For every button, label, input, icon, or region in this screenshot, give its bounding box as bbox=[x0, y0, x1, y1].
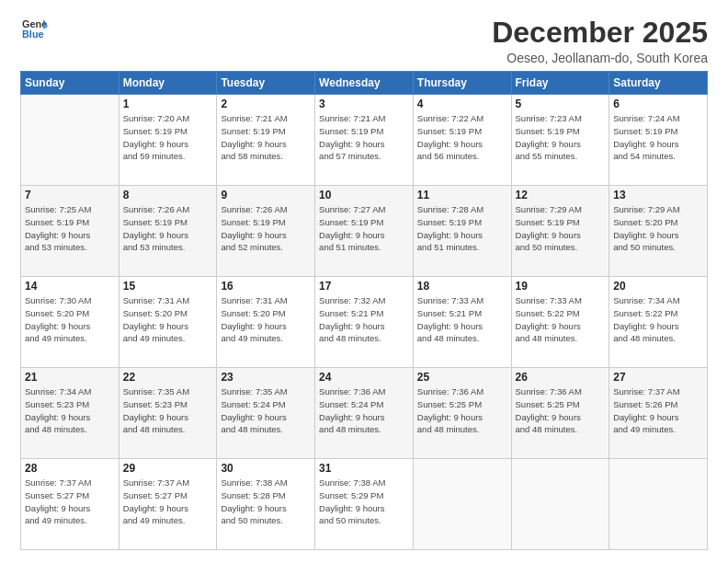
day-info: Sunrise: 7:31 AMSunset: 5:20 PMDaylight:… bbox=[123, 294, 213, 345]
day-info: Sunrise: 7:28 AMSunset: 5:19 PMDaylight:… bbox=[417, 203, 507, 254]
day-info: Sunrise: 7:27 AMSunset: 5:19 PMDaylight:… bbox=[319, 203, 409, 254]
table-row: 23Sunrise: 7:35 AMSunset: 5:24 PMDayligh… bbox=[217, 368, 315, 459]
table-row: 27Sunrise: 7:37 AMSunset: 5:26 PMDayligh… bbox=[609, 368, 708, 459]
table-row: 24Sunrise: 7:36 AMSunset: 5:24 PMDayligh… bbox=[315, 368, 414, 459]
day-info: Sunrise: 7:29 AMSunset: 5:20 PMDaylight:… bbox=[613, 203, 703, 254]
table-row: 9Sunrise: 7:26 AMSunset: 5:19 PMDaylight… bbox=[217, 186, 315, 277]
table-row: 16Sunrise: 7:31 AMSunset: 5:20 PMDayligh… bbox=[217, 277, 315, 368]
day-info: Sunrise: 7:31 AMSunset: 5:20 PMDaylight:… bbox=[221, 294, 311, 345]
table-row: 21Sunrise: 7:34 AMSunset: 5:23 PMDayligh… bbox=[21, 368, 119, 459]
table-row: 7Sunrise: 7:25 AMSunset: 5:19 PMDaylight… bbox=[21, 186, 119, 277]
day-info: Sunrise: 7:25 AMSunset: 5:19 PMDaylight:… bbox=[25, 203, 115, 254]
table-row: 31Sunrise: 7:38 AMSunset: 5:29 PMDayligh… bbox=[315, 459, 414, 550]
table-row: 13Sunrise: 7:29 AMSunset: 5:20 PMDayligh… bbox=[609, 186, 708, 277]
day-info: Sunrise: 7:22 AMSunset: 5:19 PMDaylight:… bbox=[417, 112, 507, 163]
day-number: 16 bbox=[221, 280, 311, 293]
col-saturday: Saturday bbox=[609, 72, 708, 95]
table-row: 19Sunrise: 7:33 AMSunset: 5:22 PMDayligh… bbox=[511, 277, 609, 368]
table-row: 11Sunrise: 7:28 AMSunset: 5:19 PMDayligh… bbox=[413, 186, 511, 277]
header: General Blue December 2025 Oeseo, Jeolla… bbox=[20, 17, 708, 65]
day-info: Sunrise: 7:34 AMSunset: 5:22 PMDaylight:… bbox=[613, 294, 703, 345]
day-number: 5 bbox=[516, 98, 606, 110]
day-info: Sunrise: 7:21 AMSunset: 5:19 PMDaylight:… bbox=[221, 112, 311, 163]
day-info: Sunrise: 7:21 AMSunset: 5:19 PMDaylight:… bbox=[319, 112, 409, 163]
table-row bbox=[609, 459, 708, 550]
table-row: 30Sunrise: 7:38 AMSunset: 5:28 PMDayligh… bbox=[217, 459, 315, 550]
day-number: 9 bbox=[221, 189, 311, 201]
day-number: 17 bbox=[319, 280, 409, 293]
table-row bbox=[511, 459, 609, 550]
day-number: 24 bbox=[319, 371, 409, 384]
col-wednesday: Wednesday bbox=[315, 72, 414, 95]
day-number: 14 bbox=[25, 280, 115, 293]
day-number: 2 bbox=[221, 98, 311, 110]
day-number: 31 bbox=[319, 462, 409, 475]
day-info: Sunrise: 7:35 AMSunset: 5:23 PMDaylight:… bbox=[123, 385, 213, 436]
day-number: 6 bbox=[613, 98, 703, 110]
table-row: 8Sunrise: 7:26 AMSunset: 5:19 PMDaylight… bbox=[119, 186, 217, 277]
day-info: Sunrise: 7:36 AMSunset: 5:25 PMDaylight:… bbox=[516, 385, 606, 436]
col-monday: Monday bbox=[119, 72, 217, 95]
day-number: 13 bbox=[613, 189, 703, 201]
day-info: Sunrise: 7:29 AMSunset: 5:19 PMDaylight:… bbox=[516, 203, 606, 254]
col-friday: Friday bbox=[511, 72, 609, 95]
table-row: 25Sunrise: 7:36 AMSunset: 5:25 PMDayligh… bbox=[413, 368, 511, 459]
calendar-table: Sunday Monday Tuesday Wednesday Thursday… bbox=[20, 71, 708, 550]
title-block: December 2025 Oeseo, Jeollanam-do, South… bbox=[492, 17, 708, 65]
day-number: 20 bbox=[613, 280, 703, 293]
table-row: 29Sunrise: 7:37 AMSunset: 5:27 PMDayligh… bbox=[119, 459, 217, 550]
day-info: Sunrise: 7:37 AMSunset: 5:26 PMDaylight:… bbox=[613, 385, 703, 436]
day-number: 19 bbox=[516, 280, 606, 293]
day-number: 10 bbox=[319, 189, 409, 201]
table-row: 3Sunrise: 7:21 AMSunset: 5:19 PMDaylight… bbox=[315, 95, 414, 186]
day-info: Sunrise: 7:38 AMSunset: 5:29 PMDaylight:… bbox=[319, 477, 409, 527]
col-tuesday: Tuesday bbox=[217, 72, 315, 95]
day-number: 12 bbox=[516, 189, 606, 201]
day-number: 11 bbox=[417, 189, 507, 201]
day-number: 26 bbox=[516, 371, 606, 384]
day-info: Sunrise: 7:36 AMSunset: 5:25 PMDaylight:… bbox=[417, 385, 507, 436]
day-number: 23 bbox=[221, 371, 311, 384]
day-number: 8 bbox=[123, 189, 213, 201]
day-number: 1 bbox=[123, 98, 213, 110]
day-number: 28 bbox=[25, 462, 115, 475]
table-row: 2Sunrise: 7:21 AMSunset: 5:19 PMDaylight… bbox=[217, 95, 315, 186]
table-row: 15Sunrise: 7:31 AMSunset: 5:20 PMDayligh… bbox=[119, 277, 217, 368]
day-number: 7 bbox=[25, 189, 115, 201]
day-info: Sunrise: 7:26 AMSunset: 5:19 PMDaylight:… bbox=[221, 203, 311, 254]
day-info: Sunrise: 7:24 AMSunset: 5:19 PMDaylight:… bbox=[613, 112, 703, 163]
logo-icon: General Blue bbox=[22, 17, 48, 42]
table-row: 10Sunrise: 7:27 AMSunset: 5:19 PMDayligh… bbox=[315, 186, 414, 277]
table-row: 5Sunrise: 7:23 AMSunset: 5:19 PMDaylight… bbox=[511, 95, 609, 186]
table-row: 4Sunrise: 7:22 AMSunset: 5:19 PMDaylight… bbox=[413, 95, 511, 186]
svg-text:Blue: Blue bbox=[22, 29, 44, 40]
table-row: 22Sunrise: 7:35 AMSunset: 5:23 PMDayligh… bbox=[119, 368, 217, 459]
subtitle: Oeseo, Jeollanam-do, South Korea bbox=[492, 51, 708, 65]
table-row: 6Sunrise: 7:24 AMSunset: 5:19 PMDaylight… bbox=[609, 95, 708, 186]
day-info: Sunrise: 7:37 AMSunset: 5:27 PMDaylight:… bbox=[123, 477, 213, 527]
day-info: Sunrise: 7:36 AMSunset: 5:24 PMDaylight:… bbox=[319, 385, 409, 436]
day-info: Sunrise: 7:35 AMSunset: 5:24 PMDaylight:… bbox=[221, 385, 311, 436]
day-info: Sunrise: 7:23 AMSunset: 5:19 PMDaylight:… bbox=[516, 112, 606, 163]
day-info: Sunrise: 7:33 AMSunset: 5:22 PMDaylight:… bbox=[516, 294, 606, 345]
page: General Blue December 2025 Oeseo, Jeolla… bbox=[0, 0, 728, 563]
day-number: 29 bbox=[123, 462, 213, 475]
day-number: 18 bbox=[417, 280, 507, 293]
table-row: 28Sunrise: 7:37 AMSunset: 5:27 PMDayligh… bbox=[21, 459, 119, 550]
table-row bbox=[21, 95, 119, 186]
day-number: 30 bbox=[221, 462, 311, 475]
col-sunday: Sunday bbox=[21, 72, 119, 95]
day-info: Sunrise: 7:20 AMSunset: 5:19 PMDaylight:… bbox=[123, 112, 213, 163]
col-thursday: Thursday bbox=[413, 72, 511, 95]
table-row: 14Sunrise: 7:30 AMSunset: 5:20 PMDayligh… bbox=[21, 277, 119, 368]
table-row: 1Sunrise: 7:20 AMSunset: 5:19 PMDaylight… bbox=[119, 95, 217, 186]
logo: General Blue bbox=[20, 17, 48, 46]
day-info: Sunrise: 7:32 AMSunset: 5:21 PMDaylight:… bbox=[319, 294, 409, 345]
table-row: 26Sunrise: 7:36 AMSunset: 5:25 PMDayligh… bbox=[511, 368, 609, 459]
day-info: Sunrise: 7:30 AMSunset: 5:20 PMDaylight:… bbox=[25, 294, 115, 345]
day-number: 4 bbox=[417, 98, 507, 110]
day-info: Sunrise: 7:37 AMSunset: 5:27 PMDaylight:… bbox=[25, 477, 115, 527]
day-info: Sunrise: 7:33 AMSunset: 5:21 PMDaylight:… bbox=[417, 294, 507, 345]
table-row: 20Sunrise: 7:34 AMSunset: 5:22 PMDayligh… bbox=[609, 277, 708, 368]
day-number: 22 bbox=[123, 371, 213, 384]
